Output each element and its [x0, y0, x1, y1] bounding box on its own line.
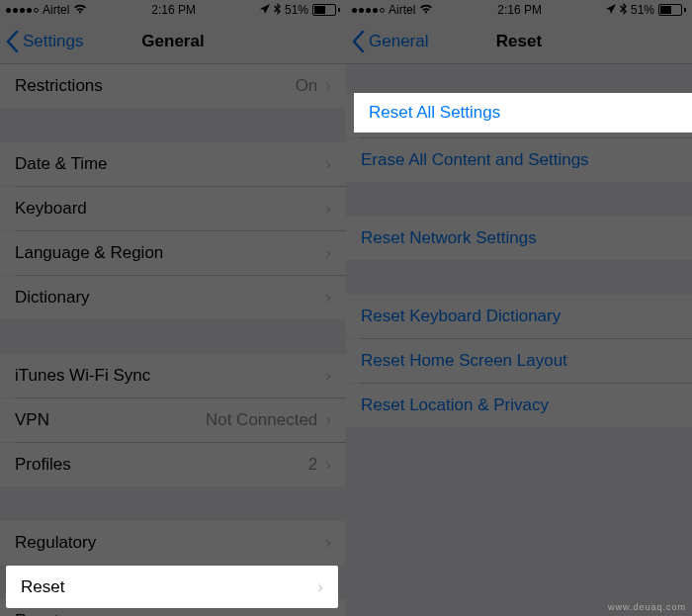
row-itunes-wifi-sync[interactable]: iTunes Wi-Fi Sync › — [0, 354, 346, 397]
row-reset-all-settings-highlight[interactable]: Reset All Settings — [354, 93, 692, 132]
row-label: Dictionary — [15, 288, 325, 308]
row-erase-all-content[interactable]: Erase All Content and Settings — [346, 138, 692, 182]
wifi-icon — [73, 3, 87, 17]
row-label: Reset — [21, 577, 64, 597]
row-value: Not Connected — [206, 410, 317, 430]
row-keyboard[interactable]: Keyboard › — [0, 187, 346, 230]
row-label: Date & Time — [15, 154, 325, 174]
chevron-right-icon: › — [325, 366, 331, 386]
location-icon — [606, 3, 616, 17]
battery-pct: 51% — [631, 3, 654, 17]
battery-pct: 51% — [285, 3, 308, 17]
row-label: Reset Keyboard Dictionary — [361, 307, 677, 326]
row-label: Keyboard — [15, 199, 325, 219]
chevron-right-icon: › — [325, 288, 331, 308]
row-label: Reset All Settings — [369, 103, 500, 123]
watermark: www.deuaq.com — [608, 602, 686, 612]
nav-bar: General Reset — [346, 20, 692, 64]
row-restrictions[interactable]: Restrictions On › — [0, 64, 346, 108]
back-button[interactable]: General — [346, 31, 428, 52]
row-language-region[interactable]: Language & Region › — [0, 231, 346, 275]
status-time: 2:16 PM — [497, 3, 542, 17]
chevron-left-icon — [352, 31, 365, 52]
row-value: 2 — [308, 455, 317, 475]
row-value: On — [296, 76, 318, 96]
phone-general-screen: Airtel 2:16 PM 51% Settings General Res — [0, 0, 346, 616]
row-reset-home-screen-layout[interactable]: Reset Home Screen Layout — [346, 339, 692, 383]
back-label: General — [369, 32, 428, 51]
row-label: Erase All Content and Settings — [361, 150, 677, 170]
location-icon — [260, 3, 270, 17]
row-profiles[interactable]: Profiles 2 › — [0, 443, 346, 486]
row-label: iTunes Wi-Fi Sync — [15, 366, 325, 386]
chevron-right-icon: › — [325, 533, 331, 553]
row-label: Reset Location & Privacy — [361, 396, 677, 415]
nav-bar: Settings General — [0, 20, 346, 64]
chevron-right-icon: › — [325, 76, 331, 96]
row-date-time[interactable]: Date & Time › — [0, 142, 346, 186]
chevron-right-icon: › — [325, 243, 331, 263]
back-button[interactable]: Settings — [0, 31, 83, 52]
row-label: Reset Network Settings — [361, 228, 677, 248]
row-reset-highlight[interactable]: Reset › — [6, 566, 338, 608]
chevron-right-icon: › — [317, 577, 323, 597]
row-vpn[interactable]: VPN Not Connected › — [0, 398, 346, 442]
back-label: Settings — [23, 32, 83, 51]
carrier-label: Airtel — [43, 3, 69, 17]
chevron-left-icon — [6, 31, 19, 52]
row-label: Reset — [15, 611, 325, 616]
row-reset-network-settings[interactable]: Reset Network Settings — [346, 217, 692, 260]
chevron-right-icon: › — [325, 154, 331, 174]
row-label: Restrictions — [15, 76, 296, 96]
row-regulatory[interactable]: Regulatory › — [0, 521, 346, 565]
signal-dots-icon — [6, 8, 39, 13]
chevron-right-icon: › — [325, 611, 331, 616]
bluetooth-icon — [274, 3, 281, 18]
row-label: Profiles — [15, 455, 308, 475]
row-reset-location-privacy[interactable]: Reset Location & Privacy — [346, 384, 692, 427]
battery-icon — [658, 4, 686, 16]
row-label: Reset Home Screen Layout — [361, 351, 677, 371]
row-reset-keyboard-dictionary[interactable]: Reset Keyboard Dictionary — [346, 295, 692, 338]
carrier-label: Airtel — [389, 3, 415, 17]
battery-icon — [312, 4, 340, 16]
status-time: 2:16 PM — [151, 3, 196, 17]
bluetooth-icon — [620, 3, 627, 18]
signal-dots-icon — [352, 8, 385, 13]
chevron-right-icon: › — [325, 199, 331, 219]
wifi-icon — [419, 3, 433, 17]
status-bar: Airtel 2:16 PM 51% — [346, 0, 692, 20]
row-label: Regulatory — [15, 533, 325, 553]
chevron-right-icon: › — [325, 455, 331, 475]
row-label: VPN — [15, 410, 206, 430]
chevron-right-icon: › — [325, 410, 331, 430]
row-dictionary[interactable]: Dictionary › — [0, 276, 346, 319]
row-label: Language & Region — [15, 243, 325, 263]
status-bar: Airtel 2:16 PM 51% — [0, 0, 346, 20]
